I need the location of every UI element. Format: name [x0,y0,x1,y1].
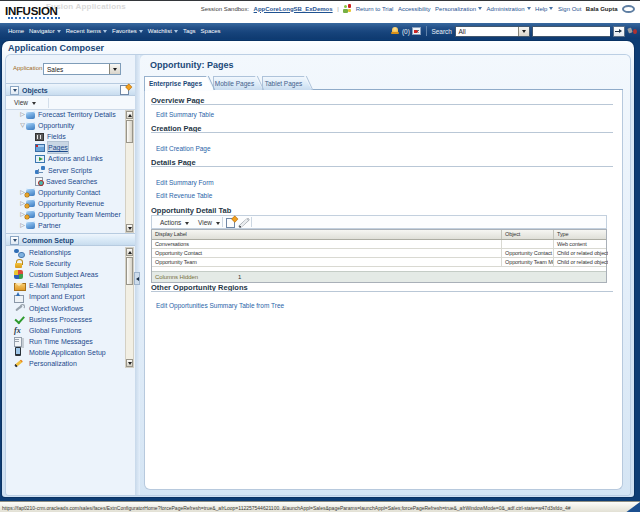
section-rule [151,132,613,133]
notifications-bell-icon[interactable] [391,27,399,36]
nav-tags[interactable]: Tags [183,28,196,34]
chevron-down-icon [216,222,220,225]
nav-watchlist[interactable]: Watchlist [148,28,178,34]
nav-spaces[interactable]: Spaces [201,28,221,34]
common-item-personalization[interactable]: Personalization [6,358,130,369]
scroll-thumb[interactable] [126,120,133,143]
edit-revenue-table-link[interactable]: Edit Revenue Table [156,192,212,199]
sandbox-name-link[interactable]: AppCoreLongSB_ExDemos [254,6,333,12]
application-select[interactable]: Sales [43,63,121,75]
collapse-chevron-icon[interactable] [10,86,19,95]
tab-mobile-pages[interactable]: Mobile Pages [213,76,263,90]
common-item-object-workflows[interactable]: Object Workflows [6,302,130,313]
col-display-label[interactable]: Display Label [152,230,502,239]
search-input[interactable] [532,26,610,37]
nav-favorites[interactable]: Favorites [112,28,143,34]
object-cube-person-icon [26,199,35,207]
expand-icon[interactable]: ▷ [19,109,26,120]
help-menu[interactable]: Help [535,6,553,12]
edit-pencil-icon[interactable] [239,218,249,228]
nav-recent-items[interactable]: Recent Items [66,28,107,34]
edit-creation-page-link[interactable]: Edit Creation Page [156,145,211,152]
view-menu[interactable]: View [14,99,36,106]
administration-menu[interactable]: Administration [487,6,531,12]
table-row[interactable]: Opportunity Team Opportunity Team Member… [152,258,606,267]
edit-opportunities-summary-table-link[interactable]: Edit Opportunities Summary Table from Tr… [156,302,284,309]
session-sandbox-label: Session Sandbox: [201,6,249,12]
tree-item-pages[interactable]: Pages [6,142,130,153]
col-object[interactable]: Object [502,230,554,239]
dropdown-button[interactable] [518,27,529,36]
collapse-chevron-icon[interactable] [10,236,19,245]
common-item-email-templates[interactable]: E-Mail Templates [6,280,130,291]
flag-icon[interactable] [412,27,421,35]
notifications-count[interactable]: (0) [402,28,410,35]
search-scope-select[interactable]: All [455,26,530,37]
scroll-up-button[interactable] [126,248,133,256]
accessibility-link[interactable]: Accessibility [398,6,431,12]
common-item-business-processes[interactable]: Business Processes [6,314,130,325]
common-item-global-functions[interactable]: Global Functions [6,325,130,336]
common-item-import-and-export[interactable]: Import and Export [6,291,130,302]
table-row[interactable]: Opportunity Contact Opportunity Contact … [152,249,606,258]
scroll-down-button[interactable] [126,359,133,367]
scroll-up-button[interactable] [126,111,133,119]
objects-tree: ▷Forecast Territory Details ▽Opportunity… [6,109,130,235]
logged-in-user: Bala Gupta [586,6,618,12]
dropdown-button[interactable] [109,64,120,74]
object-cube-person-icon [26,210,35,218]
collapse-icon[interactable]: ▽ [19,120,26,131]
nav-navigator[interactable]: Navigator [29,28,61,34]
return-to-trial-link[interactable]: Return to Trial [356,6,394,12]
scroll-down-button[interactable] [126,224,133,232]
table-row[interactable]: Conversations Web content [152,240,606,249]
expand-icon[interactable]: ▷ [19,220,26,231]
tab-bar: Enterprise Pages Mobile Pages Tablet Pag… [144,76,623,90]
tree-item-opportunity-contact[interactable]: ▷Opportunity Contact [6,187,130,198]
sidebar: Application Sales Objects View ▷Forecast… [6,55,135,495]
edit-summary-form-link[interactable]: Edit Summary Form [156,179,214,186]
tree-item-forecast-territory-details[interactable]: ▷Forecast Territory Details [6,109,130,120]
tree-scrollbar[interactable] [125,110,134,233]
main-title: Opportunity: Pages [150,60,234,70]
tree-item-actions-and-links[interactable]: Actions and Links [6,153,130,164]
common-item-custom-subject-areas[interactable]: Custom Subject Areas [6,269,130,280]
tree-item-opportunity-team-member[interactable]: ▷Opportunity Team Member [6,209,130,220]
tree-item-saved-searches[interactable]: Saved Searches [6,176,130,187]
columns-hidden-value: 1 [238,274,241,280]
common-item-relationships[interactable]: Relationships [6,247,130,258]
edit-summary-table-link[interactable]: Edit Summary Table [156,111,214,118]
page-title: Application Composer [8,43,104,53]
tree-item-fields[interactable]: Fields [6,131,130,142]
advanced-search-icon[interactable] [628,27,637,35]
actions-menu[interactable]: Actions [160,219,189,226]
common-item-run-time-messages[interactable]: Run Time Messages [6,336,130,347]
separator: | [337,6,339,12]
scroll-thumb[interactable] [126,257,133,285]
object-cube-icon [26,111,35,119]
global-header-links: Session Sandbox: AppCoreLongSB_ExDemos |… [201,4,635,13]
table-header-row: Display Label Object Type [152,230,606,240]
tab-tablet-pages[interactable]: Tablet Pages [262,76,312,90]
main-panel: Opportunity: Pages Enterprise Pages Mobi… [140,55,630,495]
checkmark-icon [14,315,25,324]
tree-item-server-scripts[interactable]: Server Scripts [6,164,130,175]
personalization-menu[interactable]: Personalization [435,6,482,12]
common-setup-scrollbar[interactable] [125,247,134,368]
common-item-mobile-application-setup[interactable]: Mobile Application Setup [6,347,130,358]
tree-item-opportunity-revenue[interactable]: ▷Opportunity Revenue [6,198,130,209]
create-icon[interactable] [226,218,235,228]
sign-out-link[interactable]: Sign Out [558,6,581,12]
new-object-icon[interactable] [120,85,129,95]
common-item-role-security[interactable]: Role Security [6,258,130,269]
view-menu[interactable]: View [198,219,220,226]
common-setup-panel-header[interactable]: Common Setup [6,233,135,246]
tree-item-partner[interactable]: ▷Partner [6,220,130,231]
col-type[interactable]: Type [554,230,608,239]
objects-panel-header[interactable]: Objects [6,83,135,96]
tab-enterprise-pages[interactable]: Enterprise Pages [144,76,214,91]
search-go-button[interactable] [613,26,625,37]
tree-item-opportunity[interactable]: ▽Opportunity [6,120,130,131]
object-cube-icon [26,122,35,130]
nav-home[interactable]: Home [8,28,24,34]
